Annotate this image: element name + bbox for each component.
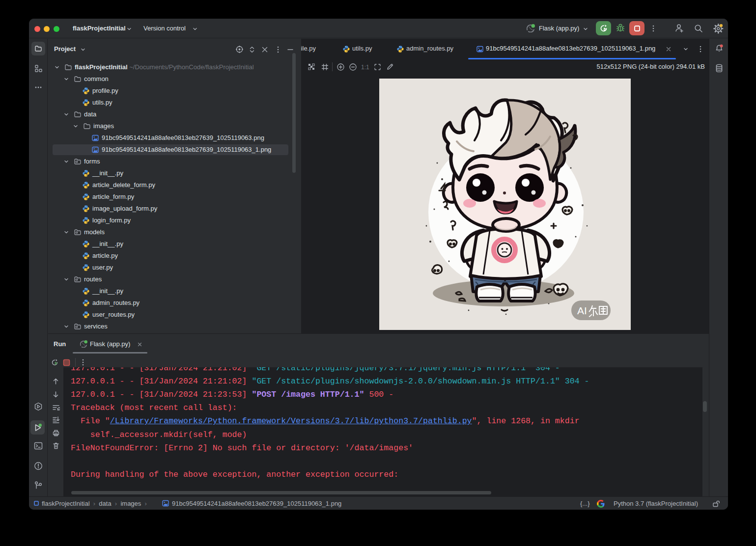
svg-text:AI: AI	[577, 305, 587, 316]
